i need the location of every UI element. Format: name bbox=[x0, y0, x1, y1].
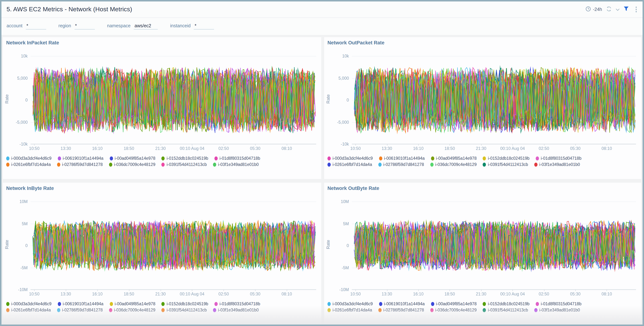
y-tick-label: -5,000 bbox=[3, 120, 28, 124]
legend-dot bbox=[6, 308, 10, 312]
legend-item[interactable]: i-02786f59d7d841278 bbox=[378, 308, 424, 312]
x-tick-mark bbox=[224, 290, 224, 291]
legend-dot bbox=[378, 162, 382, 166]
filter-region: region * bbox=[58, 23, 95, 30]
legend-label: i-0391f54d4112413cb bbox=[167, 308, 207, 312]
legend-item[interactable]: i-000d3a3dcf4e4d6c9 bbox=[328, 302, 373, 306]
legend-item[interactable]: i-0261e6fbf7d14da4a bbox=[6, 162, 51, 167]
x-tick-mark bbox=[481, 290, 482, 291]
legend-item[interactable]: i-00ad049f85a14e978 bbox=[110, 156, 155, 160]
legend-item[interactable]: i-00619010f1a14494a bbox=[379, 302, 425, 306]
legend-item[interactable]: i-036dc7009c4e48129 bbox=[109, 308, 155, 312]
y-tick-label: -10k bbox=[324, 142, 349, 146]
line-chart-canvas[interactable] bbox=[30, 202, 316, 290]
legend-item[interactable]: i-000d3a3dcf4e4d6c9 bbox=[328, 156, 373, 160]
legend-item[interactable]: i-03f1e349ad81e01b0 bbox=[213, 162, 259, 167]
y-axis-ticks: 10M5M0-5M-10M bbox=[3, 202, 28, 290]
legend-item[interactable]: i-0391f54d4112413cb bbox=[483, 162, 528, 167]
legend-item[interactable]: i-01d8f80315d04718b bbox=[536, 302, 582, 306]
filter-value-input[interactable]: * bbox=[26, 23, 46, 30]
legend-item[interactable]: i-0152ddb18c024519b bbox=[483, 302, 530, 306]
legend-item[interactable]: i-0391f54d4112413cb bbox=[162, 162, 207, 167]
legend-item[interactable]: i-036dc7009c4e48129 bbox=[109, 162, 155, 167]
legend-item[interactable]: i-01d8f80315d04718b bbox=[214, 156, 260, 160]
x-tick-mark bbox=[607, 144, 607, 146]
legend-item[interactable]: i-036dc7009c4e48129 bbox=[430, 308, 477, 312]
legend-label: i-000d3a3dcf4e4d6c9 bbox=[11, 156, 52, 160]
legend-row: i-0261e6fbf7d14da4ai-02786f59d7d841278i-… bbox=[6, 308, 319, 312]
x-axis-ticks: 10:5013:3016:1018:5021:3000:10 Aug 0402:… bbox=[352, 144, 636, 152]
refresh-icon bbox=[606, 6, 612, 13]
legend-item[interactable]: i-00619010f1a14494a bbox=[58, 156, 104, 160]
legend-item[interactable]: i-03f1e349ad81e01b0 bbox=[534, 308, 580, 312]
legend-row: i-000d3a3dcf4e4d6c9i-00619010f1a14494ai-… bbox=[6, 156, 319, 160]
legend-item[interactable]: i-0261e6fbf7d14da4a bbox=[6, 308, 51, 312]
time-range-button[interactable]: -24h bbox=[586, 6, 602, 13]
line-chart-canvas[interactable] bbox=[352, 56, 636, 144]
legend-item[interactable]: i-000d3a3dcf4e4d6c9 bbox=[6, 302, 52, 306]
line-chart-canvas[interactable] bbox=[352, 202, 636, 290]
legend-dot bbox=[431, 156, 434, 160]
header-controls: -24h bbox=[586, 6, 638, 13]
legend-item[interactable]: i-03f1e349ad81e01b0 bbox=[213, 308, 259, 312]
legend-item[interactable]: i-0152ddb18c024519b bbox=[162, 302, 208, 306]
legend-item[interactable]: i-00ad049f85a14e978 bbox=[431, 302, 477, 306]
legend-item[interactable]: i-02786f59d7d841278 bbox=[57, 162, 103, 167]
legend-item[interactable]: i-000d3a3dcf4e4d6c9 bbox=[6, 156, 52, 160]
x-tick-mark bbox=[450, 144, 450, 146]
legend-item[interactable]: i-036dc7009c4e48129 bbox=[430, 162, 477, 167]
x-tick-label: 02:50 bbox=[538, 292, 549, 296]
legend-item[interactable]: i-02786f59d7d841278 bbox=[57, 308, 103, 312]
kebab-menu-button[interactable] bbox=[635, 7, 638, 12]
legend-item[interactable]: i-02786f59d7d841278 bbox=[378, 162, 424, 167]
x-tick-label: 10:50 bbox=[29, 146, 40, 151]
y-tick-label: 5M bbox=[3, 221, 28, 226]
x-tick-label: 05:30 bbox=[570, 146, 580, 151]
filter-value-input[interactable]: * bbox=[74, 23, 95, 30]
legend-item[interactable]: i-0152ddb18c024519b bbox=[162, 156, 208, 160]
legend-dot bbox=[6, 302, 10, 306]
filter-value-input[interactable]: * bbox=[194, 23, 214, 30]
filter-account: account * bbox=[6, 23, 46, 30]
y-tick-label: -5M bbox=[3, 265, 28, 270]
x-tick-mark bbox=[34, 144, 34, 146]
legend-dot bbox=[483, 162, 486, 166]
y-tick-label: 10M bbox=[324, 199, 349, 204]
plot-area bbox=[30, 56, 316, 144]
legend-item[interactable]: i-0152ddb18c024519b bbox=[483, 156, 530, 160]
refresh-interval-dropdown[interactable] bbox=[616, 6, 620, 13]
legend-item[interactable]: i-0261e6fbf7d14da4a bbox=[328, 162, 372, 167]
legend-item[interactable]: i-03f1e349ad81e01b0 bbox=[534, 162, 580, 167]
legend-label: i-000d3a3dcf4e4d6c9 bbox=[11, 302, 52, 306]
legend-item[interactable]: i-00ad049f85a14e978 bbox=[110, 302, 155, 306]
legend-dot bbox=[534, 308, 538, 312]
x-tick-label: 02:50 bbox=[218, 146, 229, 151]
x-tick-mark bbox=[512, 144, 513, 146]
x-tick-label: 00:10 Aug 04 bbox=[180, 146, 204, 151]
legend-dot bbox=[58, 302, 61, 306]
legend-label: i-00619010f1a14494a bbox=[63, 302, 104, 306]
filter-value-input[interactable]: aws/ec2 bbox=[134, 23, 158, 30]
filter-label: region bbox=[58, 23, 71, 28]
x-tick-label: 16:10 bbox=[413, 146, 424, 151]
legend-dot bbox=[379, 156, 382, 160]
legend-item[interactable]: i-00619010f1a14494a bbox=[379, 156, 425, 160]
legend-item[interactable]: i-0261e6fbf7d14da4a bbox=[328, 308, 372, 312]
legend-label: i-02786f59d7d841278 bbox=[62, 162, 103, 167]
legend-item[interactable]: i-01d8f80315d04718b bbox=[536, 156, 582, 160]
legend-dot bbox=[378, 308, 382, 312]
legend-label: i-02786f59d7d841278 bbox=[383, 162, 424, 167]
x-tick-mark bbox=[544, 144, 544, 146]
legend-item[interactable]: i-0391f54d4112413cb bbox=[162, 308, 207, 312]
line-chart-canvas[interactable] bbox=[30, 56, 316, 144]
legend-item[interactable]: i-01d8f80315d04718b bbox=[214, 302, 260, 306]
refresh-button[interactable] bbox=[606, 6, 612, 13]
legend-label: i-000d3a3dcf4e4d6c9 bbox=[332, 302, 373, 306]
x-tick-mark bbox=[512, 290, 513, 291]
filter-button[interactable] bbox=[623, 6, 629, 13]
legend-item[interactable]: i-00619010f1a14494a bbox=[58, 302, 104, 306]
legend-label: i-036dc7009c4e48129 bbox=[114, 162, 155, 167]
x-tick-label: 16:10 bbox=[413, 292, 424, 296]
legend-item[interactable]: i-00ad049f85a14e978 bbox=[431, 156, 477, 160]
legend-item[interactable]: i-0391f54d4112413cb bbox=[483, 308, 528, 312]
